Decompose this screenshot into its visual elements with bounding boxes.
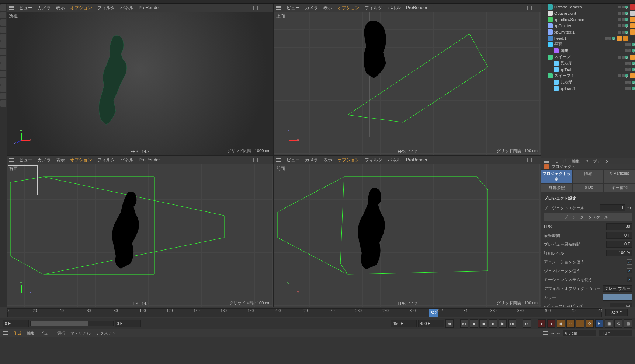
nav-icon[interactable] [514,158,518,162]
nav-icon[interactable] [514,6,518,10]
swatch-color[interactable] [603,294,632,301]
visibility-dots[interactable]: ✓ [618,12,628,15]
visibility-dots[interactable]: ✓ [618,74,628,77]
tab-key-interp[interactable]: キー補間 [604,183,635,192]
object-row[interactable]: OctaneLight✓ [541,10,635,16]
menu-options[interactable]: オプション [337,5,360,11]
menu-display[interactable]: 表示 [56,157,65,163]
menu-view[interactable]: ビュー [287,5,300,11]
menu-panel[interactable]: パネル [120,5,133,11]
menu-filter[interactable]: フィルタ [97,5,115,11]
next-key-button[interactable]: ⏭ [508,319,516,328]
nav-icon[interactable] [527,158,532,162]
field-fps[interactable]: 30 [606,223,632,230]
object-name[interactable]: 長方形 [560,60,623,66]
menu-prorender[interactable]: ProRender [406,5,427,10]
visibility-dots[interactable]: ✓ [618,24,628,27]
loop-button[interactable]: ⟲ [614,319,622,328]
twisty-icon[interactable]: - [542,43,546,46]
sound-button[interactable]: ▤ [624,319,632,328]
field-start-frame[interactable]: 0 F [3,320,29,327]
visibility-dots[interactable]: ✓ [618,31,628,34]
object-row[interactable]: xpEmitter✓ [541,22,635,29]
object-tag-icon[interactable] [630,29,635,35]
field-preview-min[interactable]: 0 F [606,241,632,248]
field-range[interactable]: 0 F [115,320,141,327]
viewport-canvas[interactable]: 上面 XZ FPS : 14.2 グリッド間隔 : 100 cm [274,12,541,155]
key-param-button[interactable]: P [595,319,603,328]
object-name[interactable]: head.1 [554,36,603,41]
menu-prorender[interactable]: ProRender [406,157,427,162]
visibility-dots[interactable]: ✓ [625,81,635,84]
goto-end-button[interactable]: ⏭ [523,319,531,328]
viewport-canvas[interactable]: 前面 XY FPS : 14.2 グリッド間隔 : 100 cm [274,164,541,307]
menu-create[interactable]: 作成 [13,330,21,336]
tab-todo[interactable]: To Do [572,183,604,192]
object-name[interactable]: xpTrail.1 [560,86,623,91]
object-name[interactable]: 平面 [554,42,623,47]
nav-icon[interactable] [247,6,251,10]
visibility-dots[interactable]: ✓ [605,37,615,40]
nav-icon[interactable] [521,158,525,162]
menu-select[interactable]: 選択 [57,330,65,336]
menu-prorender[interactable]: ProRender [139,157,160,162]
menu-options[interactable]: オプション [70,5,92,11]
tab-info[interactable]: 情報 [572,169,604,183]
object-tag-icon[interactable] [617,36,622,41]
menu-display[interactable]: 表示 [56,5,65,11]
prev-key-button[interactable]: ⏮ [460,319,468,328]
key-pla-button[interactable]: ▦ [605,319,613,328]
field-h[interactable]: H 0 ° [599,330,632,336]
hamburger-icon[interactable] [276,158,281,162]
tab-external[interactable]: 外部参照 [541,183,572,192]
viewport-canvas[interactable]: 透視 XYZ FPS : 14.2 グリッド間隔 : 1000 cm [7,12,273,155]
menu-panel[interactable]: パネル [120,157,133,163]
checkbox-use-gen[interactable]: ✓ [627,268,632,273]
hamburger-icon[interactable] [543,331,548,335]
object-tag-icon[interactable] [630,73,635,78]
visibility-dots[interactable]: ✓ [625,87,635,90]
menu-view[interactable]: ビュー [19,5,32,11]
tool-icon[interactable] [0,34,6,41]
nav-icon[interactable] [260,6,264,10]
object-row[interactable]: xpFollowSurface✓ [541,16,635,22]
object-name[interactable]: xpFollowSurface [554,17,617,22]
tab-xparticles[interactable]: X-Particles [604,169,635,183]
object-name[interactable]: xpEmitter.1 [554,30,617,34]
field-end-frame[interactable]: 450 F [391,320,417,327]
goto-start-button[interactable]: ⏮ [445,319,454,328]
key-options-button[interactable]: ◉ [557,319,565,328]
object-name[interactable]: 屈曲 [560,48,623,53]
viewport-canvas[interactable]: 右面 ZY FPS : 14.2 グリッド間隔 : 100 cm [7,164,273,307]
hamburger-icon[interactable] [276,6,281,10]
menu-edit[interactable]: 編集 [27,330,35,336]
menu-display[interactable]: 表示 [323,5,332,11]
menu-material[interactable]: マテリアル [70,330,91,336]
object-name[interactable]: xpTrail [560,67,623,72]
object-row[interactable]: xpEmitter.1✓ [541,29,635,35]
hamburger-icon[interactable] [9,158,14,162]
object-row[interactable]: 長方形✓ [541,79,635,85]
tool-icon[interactable] [0,56,6,63]
checkbox-use-motion[interactable]: ✓ [627,277,632,282]
nav-icon[interactable] [534,158,538,162]
object-name[interactable]: スイープ.1 [554,73,617,78]
field-end-frame-2[interactable]: 450 F [418,320,444,327]
menu-camera[interactable]: カメラ [305,5,318,11]
visibility-dots[interactable]: ✓ [625,62,635,65]
record-button[interactable]: ● [538,319,546,328]
menu-filter[interactable]: フィルタ [365,157,382,163]
tool-icon[interactable] [0,78,6,85]
nav-icon[interactable] [260,158,264,162]
twisty-icon[interactable]: - [542,74,546,78]
object-row[interactable]: 長方形✓ [541,60,635,66]
nav-icon[interactable] [267,6,271,10]
object-row[interactable]: -スイープ.1✓ [541,73,635,79]
object-row[interactable]: OctaneCamera✓ [541,4,635,10]
tool-icon[interactable] [0,71,6,77]
checkbox-use-anim[interactable]: ✓ [627,259,632,265]
object-row[interactable]: xpTrail✓ [541,66,635,73]
object-name[interactable]: スイープ [554,54,617,60]
menu-options[interactable]: オプション [70,157,92,163]
range-slider[interactable] [30,321,114,326]
